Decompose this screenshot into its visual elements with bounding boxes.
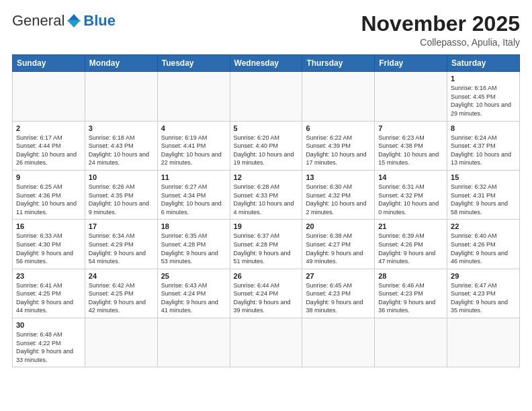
title-area: November 2025 Collepasso, Apulia, Italy — [361, 12, 520, 48]
calendar-cell: 13Sunrise: 6:30 AM Sunset: 4:32 PM Dayli… — [302, 170, 375, 219]
day-info: Sunrise: 6:35 AM Sunset: 4:28 PM Dayligh… — [161, 232, 226, 265]
calendar-cell: 7Sunrise: 6:23 AM Sunset: 4:38 PM Daylig… — [375, 121, 447, 170]
calendar-cell: 14Sunrise: 6:31 AM Sunset: 4:32 PM Dayli… — [375, 170, 447, 219]
day-of-week-header: Wednesday — [230, 55, 302, 72]
calendar-cell: 16Sunrise: 6:33 AM Sunset: 4:30 PM Dayli… — [13, 220, 85, 269]
day-number: 29 — [451, 272, 516, 280]
day-number: 30 — [16, 321, 81, 329]
calendar-cell — [447, 318, 520, 367]
day-number: 26 — [234, 272, 299, 280]
calendar-cell: 29Sunrise: 6:47 AM Sunset: 4:23 PM Dayli… — [447, 269, 520, 318]
calendar-cell — [230, 72, 302, 121]
month-title: November 2025 — [361, 12, 520, 36]
logo-blue: Blue — [83, 12, 116, 30]
day-of-week-header: Thursday — [302, 55, 375, 72]
day-number: 4 — [161, 124, 226, 132]
calendar-cell: 12Sunrise: 6:28 AM Sunset: 4:33 PM Dayli… — [230, 170, 302, 219]
day-info: Sunrise: 6:24 AM Sunset: 4:37 PM Dayligh… — [451, 134, 516, 167]
day-number: 8 — [451, 124, 516, 132]
day-number: 24 — [89, 272, 154, 280]
calendar-cell: 15Sunrise: 6:32 AM Sunset: 4:31 PM Dayli… — [447, 170, 520, 219]
calendar-cell: 9Sunrise: 6:25 AM Sunset: 4:36 PM Daylig… — [13, 170, 85, 219]
calendar-cell: 20Sunrise: 6:38 AM Sunset: 4:27 PM Dayli… — [302, 220, 375, 269]
day-info: Sunrise: 6:18 AM Sunset: 4:43 PM Dayligh… — [89, 134, 154, 167]
logo-area: General Blue — [12, 12, 116, 30]
day-number: 22 — [451, 222, 516, 230]
calendar-cell: 30Sunrise: 6:48 AM Sunset: 4:22 PM Dayli… — [13, 318, 85, 367]
calendar-week-row: 1Sunrise: 6:16 AM Sunset: 4:45 PM Daylig… — [13, 72, 520, 121]
day-info: Sunrise: 6:48 AM Sunset: 4:22 PM Dayligh… — [16, 330, 81, 364]
day-info: Sunrise: 6:22 AM Sunset: 4:39 PM Dayligh… — [306, 134, 371, 167]
day-number: 17 — [89, 222, 154, 230]
day-info: Sunrise: 6:37 AM Sunset: 4:28 PM Dayligh… — [234, 232, 299, 265]
day-number: 19 — [234, 222, 299, 230]
day-of-week-header: Saturday — [447, 55, 520, 72]
day-info: Sunrise: 6:47 AM Sunset: 4:23 PM Dayligh… — [451, 281, 516, 315]
day-info: Sunrise: 6:39 AM Sunset: 4:26 PM Dayligh… — [378, 232, 443, 265]
calendar-cell — [85, 318, 157, 367]
header: General Blue November 2025 Collepasso, A… — [12, 12, 520, 48]
day-info: Sunrise: 6:17 AM Sunset: 4:44 PM Dayligh… — [16, 134, 81, 167]
day-number: 13 — [306, 173, 371, 181]
calendar-cell — [85, 72, 157, 121]
day-info: Sunrise: 6:38 AM Sunset: 4:27 PM Dayligh… — [306, 232, 371, 265]
day-of-week-header: Friday — [375, 55, 447, 72]
calendar-header-row: SundayMondayTuesdayWednesdayThursdayFrid… — [13, 55, 520, 72]
day-number: 6 — [306, 124, 371, 132]
calendar-cell: 18Sunrise: 6:35 AM Sunset: 4:28 PM Dayli… — [157, 220, 230, 269]
day-number: 18 — [161, 222, 226, 230]
day-number: 10 — [89, 173, 154, 181]
day-info: Sunrise: 6:28 AM Sunset: 4:33 PM Dayligh… — [234, 183, 299, 216]
calendar-cell: 10Sunrise: 6:26 AM Sunset: 4:35 PM Dayli… — [85, 170, 157, 219]
calendar-cell: 3Sunrise: 6:18 AM Sunset: 4:43 PM Daylig… — [85, 121, 157, 170]
day-info: Sunrise: 6:16 AM Sunset: 4:45 PM Dayligh… — [451, 84, 516, 118]
calendar-cell: 28Sunrise: 6:46 AM Sunset: 4:23 PM Dayli… — [375, 269, 447, 318]
day-info: Sunrise: 6:44 AM Sunset: 4:24 PM Dayligh… — [234, 281, 299, 315]
calendar-cell: 25Sunrise: 6:43 AM Sunset: 4:24 PM Dayli… — [157, 269, 230, 318]
day-number: 21 — [378, 222, 443, 230]
calendar-cell: 27Sunrise: 6:45 AM Sunset: 4:23 PM Dayli… — [302, 269, 375, 318]
day-info: Sunrise: 6:32 AM Sunset: 4:31 PM Dayligh… — [451, 183, 516, 216]
day-number: 15 — [451, 173, 516, 181]
day-number: 14 — [378, 173, 443, 181]
calendar-cell: 1Sunrise: 6:16 AM Sunset: 4:45 PM Daylig… — [447, 72, 520, 121]
calendar-cell: 22Sunrise: 6:40 AM Sunset: 4:26 PM Dayli… — [447, 220, 520, 269]
day-number: 3 — [89, 124, 154, 132]
calendar: SundayMondayTuesdayWednesdayThursdayFrid… — [12, 54, 520, 367]
day-of-week-header: Tuesday — [157, 55, 230, 72]
logo: General Blue — [12, 12, 116, 30]
calendar-week-row: 2Sunrise: 6:17 AM Sunset: 4:44 PM Daylig… — [13, 121, 520, 170]
day-info: Sunrise: 6:26 AM Sunset: 4:35 PM Dayligh… — [89, 183, 154, 216]
day-info: Sunrise: 6:27 AM Sunset: 4:34 PM Dayligh… — [161, 183, 226, 216]
day-number: 11 — [161, 173, 226, 181]
day-of-week-header: Monday — [85, 55, 157, 72]
calendar-cell: 17Sunrise: 6:34 AM Sunset: 4:29 PM Dayli… — [85, 220, 157, 269]
calendar-cell: 8Sunrise: 6:24 AM Sunset: 4:37 PM Daylig… — [447, 121, 520, 170]
calendar-cell: 19Sunrise: 6:37 AM Sunset: 4:28 PM Dayli… — [230, 220, 302, 269]
day-of-week-header: Sunday — [13, 55, 85, 72]
day-info: Sunrise: 6:31 AM Sunset: 4:32 PM Dayligh… — [378, 183, 443, 216]
day-number: 20 — [306, 222, 371, 230]
calendar-cell — [302, 72, 375, 121]
calendar-week-row: 30Sunrise: 6:48 AM Sunset: 4:22 PM Dayli… — [13, 318, 520, 367]
day-number: 28 — [378, 272, 443, 280]
day-info: Sunrise: 6:19 AM Sunset: 4:41 PM Dayligh… — [161, 134, 226, 167]
calendar-cell: 11Sunrise: 6:27 AM Sunset: 4:34 PM Dayli… — [157, 170, 230, 219]
day-info: Sunrise: 6:34 AM Sunset: 4:29 PM Dayligh… — [89, 232, 154, 265]
day-info: Sunrise: 6:42 AM Sunset: 4:25 PM Dayligh… — [89, 281, 154, 315]
day-info: Sunrise: 6:46 AM Sunset: 4:23 PM Dayligh… — [378, 281, 443, 315]
day-info: Sunrise: 6:30 AM Sunset: 4:32 PM Dayligh… — [306, 183, 371, 216]
calendar-cell: 21Sunrise: 6:39 AM Sunset: 4:26 PM Dayli… — [375, 220, 447, 269]
calendar-cell: 5Sunrise: 6:20 AM Sunset: 4:40 PM Daylig… — [230, 121, 302, 170]
calendar-cell — [13, 72, 85, 121]
day-info: Sunrise: 6:25 AM Sunset: 4:36 PM Dayligh… — [16, 183, 81, 216]
calendar-cell: 4Sunrise: 6:19 AM Sunset: 4:41 PM Daylig… — [157, 121, 230, 170]
day-info: Sunrise: 6:45 AM Sunset: 4:23 PM Dayligh… — [306, 281, 371, 315]
calendar-cell — [157, 72, 230, 121]
calendar-cell — [230, 318, 302, 367]
calendar-cell: 23Sunrise: 6:41 AM Sunset: 4:25 PM Dayli… — [13, 269, 85, 318]
day-number: 27 — [306, 272, 371, 280]
day-info: Sunrise: 6:41 AM Sunset: 4:25 PM Dayligh… — [16, 281, 81, 315]
day-info: Sunrise: 6:20 AM Sunset: 4:40 PM Dayligh… — [234, 134, 299, 167]
calendar-week-row: 16Sunrise: 6:33 AM Sunset: 4:30 PM Dayli… — [13, 220, 520, 269]
